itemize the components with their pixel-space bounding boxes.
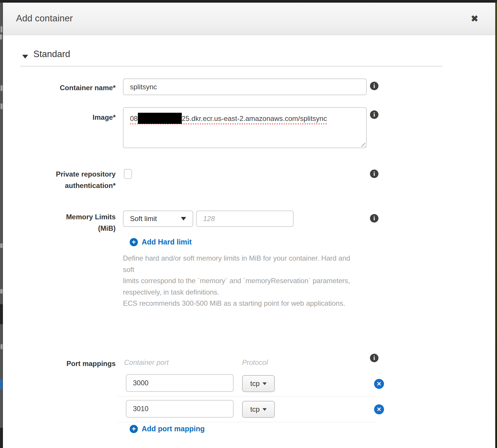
help-line: Define hard and/or soft memory limits in… — [123, 253, 357, 275]
image-textarea[interactable]: 0825.dkr.ecr.us-east-2.amazonaws.com/spl… — [123, 107, 367, 148]
add-hard-limit-button[interactable]: + Add Hard limit — [130, 238, 192, 246]
container-port-input[interactable] — [126, 374, 234, 392]
memory-limits-label-line2: (MiB) — [3, 223, 116, 234]
section-divider — [20, 66, 443, 66]
image-value-suffix: 25.dkr.ecr.us-east-2.amazonaws.com/split… — [182, 114, 327, 122]
remove-port-mapping-icon[interactable]: ✕ — [374, 404, 384, 414]
memory-limit-value-input[interactable] — [196, 211, 294, 227]
help-line: ECS recommends 300-500 MiB as a starting… — [123, 298, 357, 309]
memory-limits-label: Memory Limits (MiB) — [3, 211, 116, 234]
chevron-down-icon — [263, 408, 267, 411]
image-value: 0825.dkr.ecr.us-east-2.amazonaws.com/spl… — [130, 114, 327, 124]
background-page-fragment — [0, 428, 3, 448]
background-page-fragment — [0, 243, 3, 248]
container-port-column-header: Container port — [124, 358, 169, 367]
plus-icon: + — [130, 425, 138, 433]
background-page-top-edge — [0, 0, 497, 3]
info-icon[interactable]: i — [370, 354, 378, 362]
row-divider — [117, 396, 376, 396]
background-page-fragment — [0, 289, 3, 294]
background-page-left-sliver — [0, 3, 3, 448]
container-name-input[interactable] — [123, 78, 367, 95]
row-divider — [117, 422, 376, 422]
private-repo-auth-checkbox[interactable] — [124, 169, 132, 179]
modal-title: Add container — [16, 13, 73, 24]
chevron-down-icon — [263, 382, 267, 385]
remove-port-mapping-icon[interactable]: ✕ — [374, 379, 384, 389]
help-line: respectively, in task definitions. — [123, 287, 357, 298]
private-repo-auth-label: Private repository authentication* — [3, 168, 116, 191]
background-page-right-edge — [495, 3, 497, 448]
textarea-resize-handle-icon[interactable] — [361, 142, 365, 147]
section-collapse-caret-icon[interactable] — [22, 55, 28, 59]
background-page-fragment — [0, 304, 3, 324]
screen: Add container ✖ Standard Container name*… — [0, 0, 497, 448]
background-page-fragment — [0, 379, 3, 390]
modal-header: Add container ✖ — [3, 3, 495, 35]
private-repo-auth-label-line1: Private repository — [3, 168, 116, 180]
info-icon[interactable]: i — [370, 82, 378, 90]
background-page-fragment — [1, 85, 3, 91]
info-icon[interactable]: i — [370, 110, 378, 119]
container-name-label: Container name* — [3, 82, 116, 93]
memory-limits-label-line1: Memory Limits — [3, 211, 116, 223]
add-port-mapping-button[interactable]: + Add port mapping — [130, 425, 205, 433]
background-page-fragment — [1, 344, 3, 349]
add-hard-limit-label: Add Hard limit — [142, 238, 192, 246]
background-page-fragment — [1, 103, 3, 109]
background-page-fragment — [0, 34, 2, 40]
add-port-mapping-label: Add port mapping — [142, 425, 205, 433]
help-line: limits correspond to the `memory` and `m… — [123, 275, 357, 287]
info-icon[interactable]: i — [370, 214, 378, 223]
image-label: Image* — [3, 112, 116, 123]
protocol-select[interactable]: tcp — [242, 401, 275, 418]
plus-icon: + — [130, 238, 138, 246]
memory-limits-help-text: Define hard and/or soft memory limits in… — [123, 253, 357, 309]
protocol-value: tcp — [250, 405, 260, 413]
section-title[interactable]: Standard — [33, 49, 70, 59]
container-port-input[interactable] — [126, 400, 234, 418]
protocol-select[interactable]: tcp — [242, 375, 275, 392]
add-container-modal: Add container ✖ Standard Container name*… — [3, 3, 495, 448]
private-repo-auth-label-line2: authentication* — [3, 180, 116, 191]
protocol-column-header: Protocol — [242, 358, 268, 367]
protocol-value: tcp — [250, 379, 260, 388]
background-page-fragment — [1, 26, 2, 33]
memory-limit-type-value: Soft limit — [130, 215, 157, 223]
memory-limit-type-select[interactable]: Soft limit — [123, 211, 193, 227]
chevron-down-icon — [181, 217, 186, 220]
image-value-prefix: 08 — [130, 114, 138, 122]
redaction-box — [138, 113, 182, 124]
info-icon[interactable]: i — [370, 170, 378, 178]
port-mappings-label: Port mappings — [3, 358, 116, 369]
close-icon[interactable]: ✖ — [471, 14, 478, 23]
